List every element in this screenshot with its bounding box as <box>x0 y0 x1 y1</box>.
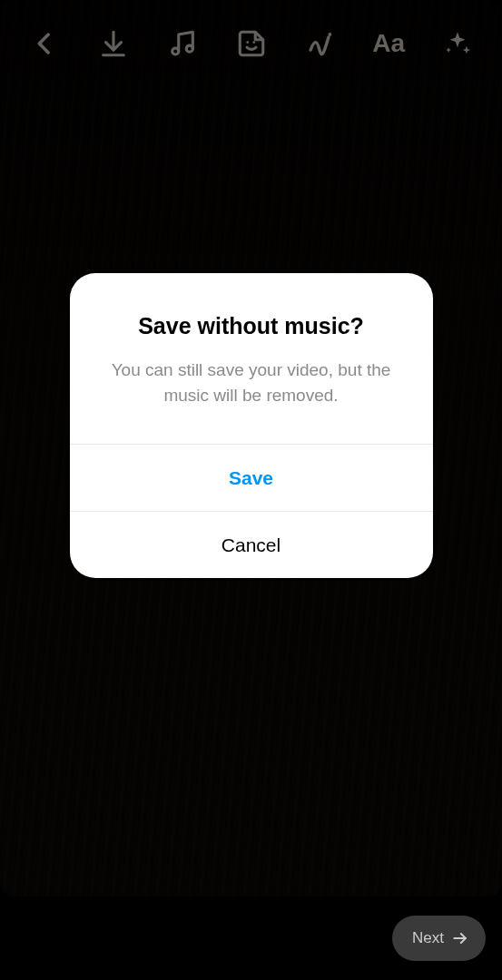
save-without-music-dialog: Save without music? You can still save y… <box>70 273 433 578</box>
next-button[interactable]: Next <box>392 916 486 961</box>
arrow-right-icon <box>451 929 469 947</box>
save-button[interactable]: Save <box>70 444 433 511</box>
dialog-title: Save without music? <box>99 313 404 339</box>
cancel-button[interactable]: Cancel <box>70 511 433 578</box>
dialog-backdrop: Save without music? You can still save y… <box>0 0 502 897</box>
story-canvas: Aa Save without music? You can still sav… <box>0 0 502 897</box>
dialog-message: You can still save your video, but the m… <box>99 358 404 407</box>
dialog-content: Save without music? You can still save y… <box>70 273 433 444</box>
next-button-label: Next <box>412 929 444 947</box>
bottom-bar: Next <box>0 897 502 980</box>
